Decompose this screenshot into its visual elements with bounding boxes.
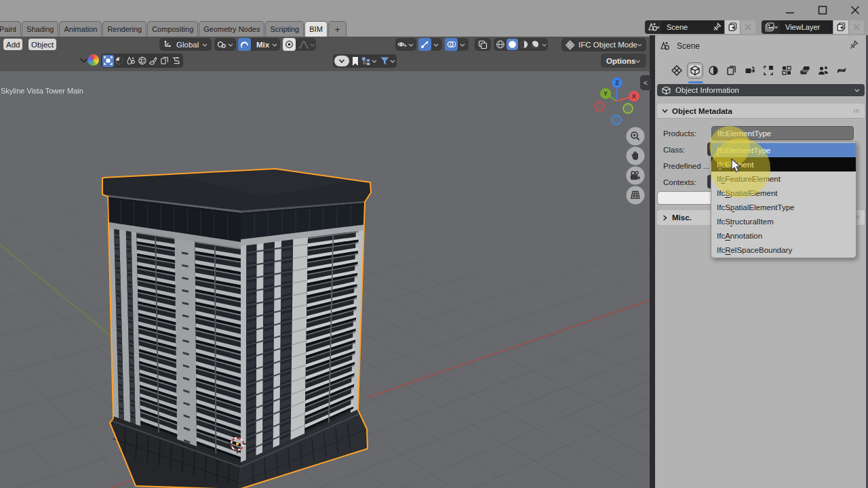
camera-button[interactable]: [627, 167, 645, 185]
properties-breadcrumb: Scene: [660, 41, 700, 51]
workspace-tab-paint[interactable]: Paint: [0, 21, 21, 37]
new-scene-button[interactable]: [724, 20, 740, 34]
tool-settings-expand-chevron[interactable]: [79, 58, 88, 64]
brush-icon[interactable]: [149, 56, 158, 66]
zoom-button[interactable]: [627, 127, 645, 146]
shading-material-icon[interactable]: [519, 39, 529, 49]
xray-toggle[interactable]: [475, 38, 491, 51]
contrast-icon[interactable]: [115, 56, 124, 66]
falloff-group: [283, 38, 316, 51]
shading-wireframe-icon[interactable]: [496, 39, 505, 49]
properties-tab-output-pages-icon[interactable]: [726, 65, 737, 76]
proportional-mix-label[interactable]: Mix: [256, 41, 269, 49]
collapse-box-icon[interactable]: [334, 56, 349, 66]
properties-tab-people-icon[interactable]: [818, 65, 829, 76]
overlays-toggle[interactable]: [445, 38, 458, 51]
workspace-tab-shading[interactable]: Shading: [22, 21, 58, 37]
properties-panel: Scene Object Information Object Metadata…: [655, 35, 868, 488]
workspace-tab-bim[interactable]: BIM: [304, 21, 328, 37]
falloff-curve-icon[interactable]: [298, 40, 309, 49]
snap-dropdown[interactable]: [214, 38, 236, 51]
products-dropdown[interactable]: IfcElementType: [711, 126, 854, 140]
clamp-icon[interactable]: [172, 56, 181, 66]
blender-window: PaintShadingAnimationRenderingCompositin…: [0, 0, 868, 488]
bookmark-icon[interactable]: [351, 56, 359, 66]
box-select-tool[interactable]: [102, 55, 114, 67]
viewport-header: Add Object Global: [0, 37, 652, 71]
options-dropdown[interactable]: Options: [601, 54, 646, 68]
options-label: Options: [606, 57, 635, 65]
grid-ortho-button[interactable]: [627, 186, 645, 205]
object-information-header[interactable]: Object Information: [657, 84, 865, 96]
scene-selector[interactable]: Scene: [645, 20, 755, 34]
editor-separator[interactable]: [650, 35, 655, 488]
menu-item-ifcspatialelementtype[interactable]: IfcSpatialElementType: [711, 200, 856, 214]
sidebar-collapse-tab[interactable]: <: [640, 75, 651, 90]
scene-name-field[interactable]: Scene: [663, 20, 724, 34]
chevron-down-icon: [635, 58, 641, 64]
pin-icon[interactable]: [849, 40, 859, 49]
scene-icon: [660, 41, 672, 51]
menu-item-ifcspatialelement[interactable]: IfcSpatialElement: [711, 186, 856, 200]
breadcrumb-label: Scene: [677, 41, 700, 51]
shading-rendered-icon[interactable]: [530, 39, 540, 49]
properties-tab-selection-square-icon[interactable]: [763, 65, 774, 76]
workspace-tab-animation[interactable]: Animation: [59, 21, 102, 37]
properties-tab-physics-arrows-icon[interactable]: [836, 65, 847, 76]
filter-funnel-icon[interactable]: [380, 56, 390, 66]
pin-icon[interactable]: [713, 22, 722, 31]
magnet-toggle[interactable]: [238, 38, 251, 51]
workspace-tab-compositing[interactable]: Compositing: [147, 21, 198, 37]
droplet-icon[interactable]: [126, 56, 136, 66]
workspace-tab-rendering[interactable]: Rendering: [102, 21, 146, 37]
globe-icon[interactable]: [138, 56, 147, 66]
minimize-button[interactable]: [785, 5, 795, 15]
workspace-tab-scripting[interactable]: Scripting: [265, 21, 304, 37]
ifc-diamond-icon: [566, 40, 574, 50]
panel-drag-dots[interactable]: [854, 109, 860, 113]
axis-label-x: X: [632, 93, 636, 100]
mode-dropdown[interactable]: IFC Object Mode: [561, 38, 646, 52]
maximize-button[interactable]: [818, 5, 827, 15]
transform-orientation-dropdown[interactable]: Global: [159, 38, 212, 51]
gizmo-dropdown: [418, 38, 442, 51]
falloff-dot-icon: [285, 40, 294, 49]
falloff-dot-button[interactable]: [283, 38, 296, 51]
delete-viewlayer-button[interactable]: [848, 20, 864, 34]
properties-tab-tool-box-icon[interactable]: [745, 65, 755, 76]
delete-scene-button[interactable]: [740, 20, 755, 34]
close-button[interactable]: [850, 5, 860, 15]
properties-tab-modifier-split-icon[interactable]: [781, 65, 792, 76]
add-workspace-tab[interactable]: +: [328, 21, 347, 37]
shading-solid-button[interactable]: [507, 39, 518, 50]
class-label: Class:: [663, 146, 685, 154]
rainbow-ball-icon[interactable]: [87, 54, 99, 66]
add-menu-button[interactable]: Add: [3, 39, 22, 50]
pages-icon[interactable]: [160, 56, 170, 66]
menu-item-ifcannotation[interactable]: IfcAnnotation: [711, 228, 856, 243]
properties-tab-render-contrast-icon[interactable]: [708, 65, 719, 76]
scene-icon[interactable]: [645, 20, 663, 34]
viewlayer-name-field[interactable]: ViewLayer: [781, 20, 833, 34]
3d-viewport[interactable]: Skyline Vista Tower MainZYX: [0, 71, 650, 488]
xray-icon: [478, 40, 488, 49]
viewlayer-selector[interactable]: ViewLayer: [762, 20, 864, 34]
object-menu-button[interactable]: Object: [28, 39, 56, 50]
gizmo-toggle[interactable]: [418, 38, 431, 51]
products-label: Products:: [663, 129, 696, 138]
visibility-dropdown[interactable]: [395, 38, 416, 51]
properties-tab-data-books-icon[interactable]: [800, 65, 810, 76]
workspace-tab-geometry-nodes[interactable]: Geometry Nodes: [199, 21, 264, 37]
hierarchy-icon[interactable]: [361, 56, 372, 66]
properties-tab-bonsai-weave-icon[interactable]: [671, 65, 682, 76]
menu-item-ifcelementtype[interactable]: IfcElementType: [711, 143, 856, 157]
viewlayer-icon[interactable]: [762, 20, 781, 34]
new-viewlayer-button[interactable]: [833, 20, 848, 34]
menu-item-ifcstructuralitem[interactable]: IfcStructuralItem: [711, 214, 856, 228]
object-metadata-header[interactable]: Object Metadata: [657, 104, 865, 119]
properties-tab-object-cube-icon[interactable]: [690, 65, 701, 76]
chevron-down-icon: [310, 42, 315, 47]
pan-hand-button[interactable]: [627, 147, 645, 165]
chevron-down-icon: [228, 42, 233, 47]
menu-item-ifcrelspaceboundary[interactable]: IfcRelSpaceBoundary: [711, 243, 856, 257]
